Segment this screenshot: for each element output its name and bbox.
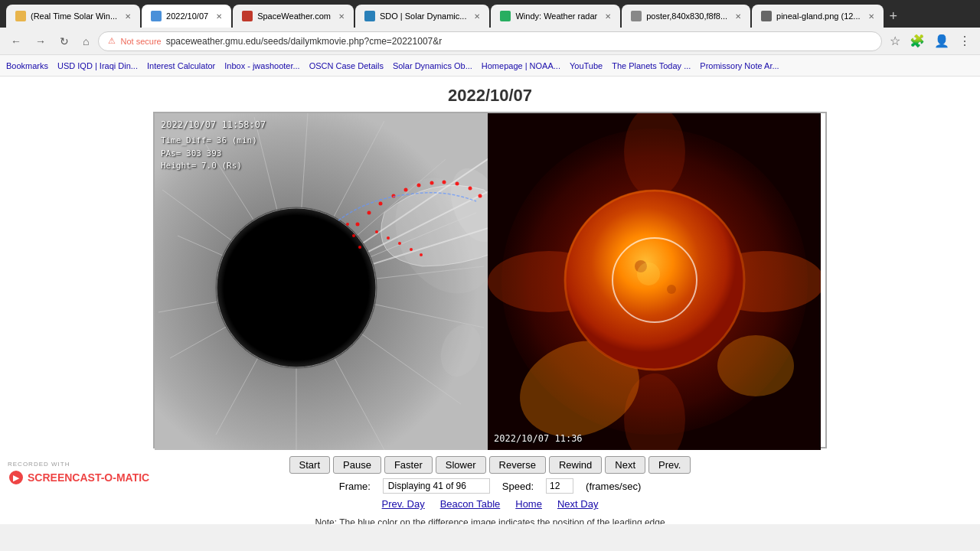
rewind-button[interactable]: Rewind: [549, 456, 602, 474]
bookmark-youtube[interactable]: YouTube: [570, 61, 603, 70]
svg-point-55: [637, 262, 660, 285]
page-title: 2022/10/07: [448, 77, 532, 112]
tab-6[interactable]: poster,840x830,f8f8... ✕: [622, 5, 750, 28]
watermark: RECORDED WITH ▶ SCREENCAST-O-MATIC: [8, 461, 149, 486]
bookmark-planets[interactable]: The Planets Today ...: [612, 61, 691, 70]
watermark-brand: ▶ SCREENCAST-O-MATIC: [8, 469, 149, 486]
forward-button[interactable]: →: [31, 32, 51, 51]
back-button[interactable]: ←: [6, 32, 26, 51]
lasco-panel: 2022/10/07 11:58:07 Time_Diff= 36 (min) …: [155, 113, 488, 450]
address-text: spaceweather.gmu.edu/seeds/dailymkmovie.…: [166, 36, 872, 47]
reverse-button[interactable]: Reverse: [489, 456, 546, 474]
tab-6-label: poster,840x830,f8f8...: [646, 11, 727, 21]
next-day-link[interactable]: Next Day: [557, 498, 598, 510]
beacon-table-link[interactable]: Beacon Table: [440, 498, 501, 510]
frame-input[interactable]: [383, 478, 490, 494]
home-button[interactable]: ⌂: [78, 32, 93, 51]
tab-7-favicon: [761, 11, 772, 21]
tab-6-close[interactable]: ✕: [735, 12, 741, 21]
reload-button[interactable]: ↻: [55, 32, 74, 51]
faster-button[interactable]: Faster: [384, 456, 433, 474]
aia-timestamp: 2022/10/07 11:36: [494, 433, 583, 444]
svg-point-37: [346, 223, 349, 226]
tab-2-favicon: [151, 11, 162, 21]
address-bar[interactable]: ⚠ Not secure spaceweather.gmu.edu/seeds/…: [98, 31, 882, 51]
svg-point-25: [368, 211, 371, 215]
aia-image-svg: [488, 113, 821, 450]
profile-icon[interactable]: 👤: [931, 32, 952, 50]
tab-5-favicon: [500, 11, 511, 21]
tab-4[interactable]: SDO | Solar Dynamic... ✕: [355, 5, 490, 28]
tab-3[interactable]: SpaceWeather.com ✕: [233, 5, 354, 28]
svg-point-32: [456, 182, 459, 186]
bookmark-interest-calc[interactable]: Interest Calculator: [147, 61, 215, 70]
svg-point-41: [387, 236, 390, 240]
bookmark-bookmarks[interactable]: Bookmarks: [6, 61, 48, 70]
day-nav-links: Prev. Day Beacon Table Home Next Day: [382, 498, 599, 510]
note-text: Note: The blue color on the difference i…: [315, 514, 665, 524]
nav-bar: ← → ↻ ⌂ ⚠ Not secure spaceweather.gmu.ed…: [0, 28, 980, 55]
tab-1-label: (Real Time Solar Win...: [31, 11, 117, 21]
aia-panel: 2022/10/07 11:36: [488, 113, 821, 450]
tab-4-close[interactable]: ✕: [474, 12, 480, 21]
tab-2-close[interactable]: ✕: [216, 12, 222, 21]
tab-7[interactable]: pineal-gland.png (12... ✕: [752, 5, 883, 28]
svg-point-26: [379, 202, 383, 206]
lasco-time-diff: Time_Diff= 36 (min): [161, 135, 257, 148]
svg-point-35: [358, 246, 361, 249]
tab-1-close[interactable]: ✕: [125, 12, 131, 21]
tab-4-label: SDO | Solar Dynamic...: [380, 11, 467, 21]
speed-label: Speed:: [502, 481, 534, 492]
bookmark-oscn[interactable]: OSCN Case Details: [309, 61, 384, 70]
fps-label: (frames/sec): [586, 481, 641, 492]
media-container: 2022/10/07 11:58:07 Time_Diff= 36 (min) …: [153, 112, 827, 448]
speed-input[interactable]: [546, 478, 573, 494]
svg-point-54: [667, 285, 676, 294]
start-button[interactable]: Start: [289, 456, 330, 474]
svg-point-30: [430, 181, 434, 185]
tab-4-favicon: [364, 11, 375, 21]
svg-point-38: [420, 253, 423, 256]
svg-point-51: [717, 335, 794, 396]
tab-5-label: Windy: Weather radar: [515, 11, 597, 21]
bookmark-inbox[interactable]: Inbox - jwashooter...: [224, 61, 299, 70]
svg-point-24: [356, 223, 360, 227]
svg-point-33: [469, 187, 472, 191]
tab-3-close[interactable]: ✕: [338, 12, 345, 21]
nav-icons: ☆ 🧩 👤 ⋮: [887, 32, 974, 50]
page-content: 2022/10/07: [0, 77, 980, 524]
svg-point-42: [375, 230, 378, 233]
pause-button[interactable]: Pause: [333, 456, 381, 474]
tab-7-close[interactable]: ✕: [868, 12, 874, 21]
prev-day-link[interactable]: Prev. Day: [382, 498, 425, 510]
lasco-height: Height= 7.0 (Rs): [161, 160, 257, 173]
new-tab-button[interactable]: +: [885, 5, 903, 28]
tab-3-label: SpaceWeather.com: [257, 11, 331, 21]
tab-5-close[interactable]: ✕: [605, 12, 611, 21]
prev-button[interactable]: Prev.: [648, 456, 691, 474]
svg-point-34: [479, 194, 482, 198]
tab-1[interactable]: (Real Time Solar Win... ✕: [6, 5, 140, 28]
tab-3-favicon: [242, 11, 253, 21]
svg-point-28: [404, 188, 408, 192]
security-icon: ⚠: [108, 36, 116, 46]
lasco-info: Time_Diff= 36 (min) PAs= 303 393 Height=…: [161, 135, 257, 173]
next-button[interactable]: Next: [605, 456, 645, 474]
controls: Start Pause Faster Slower Reverse Rewind…: [289, 448, 691, 524]
tab-2[interactable]: 2022/10/07 ✕: [142, 5, 231, 28]
bookmark-usd-iqd[interactable]: USD IQD | Iraqi Din...: [57, 61, 138, 70]
home-link[interactable]: Home: [515, 498, 542, 510]
frame-info: Frame: Speed: (frames/sec): [339, 478, 642, 494]
bookmark-star-icon[interactable]: ☆: [887, 32, 903, 50]
settings-icon[interactable]: ⋮: [956, 32, 974, 50]
bookmark-solar-dynamics[interactable]: Solar Dynamics Ob...: [393, 61, 472, 70]
lasco-pas: PAs= 303 393: [161, 148, 257, 161]
bookmark-promissory[interactable]: Promissory Note Ar...: [700, 61, 779, 70]
tab-5[interactable]: Windy: Weather radar ✕: [491, 5, 620, 28]
bookmark-noaa[interactable]: Homepage | NOAA...: [482, 61, 560, 70]
extensions-icon[interactable]: 🧩: [906, 32, 928, 50]
tab-1-favicon: [15, 11, 26, 21]
svg-point-29: [417, 184, 421, 187]
slower-button[interactable]: Slower: [436, 456, 486, 474]
lasco-timestamp: 2022/10/07 11:58:07: [161, 119, 266, 130]
